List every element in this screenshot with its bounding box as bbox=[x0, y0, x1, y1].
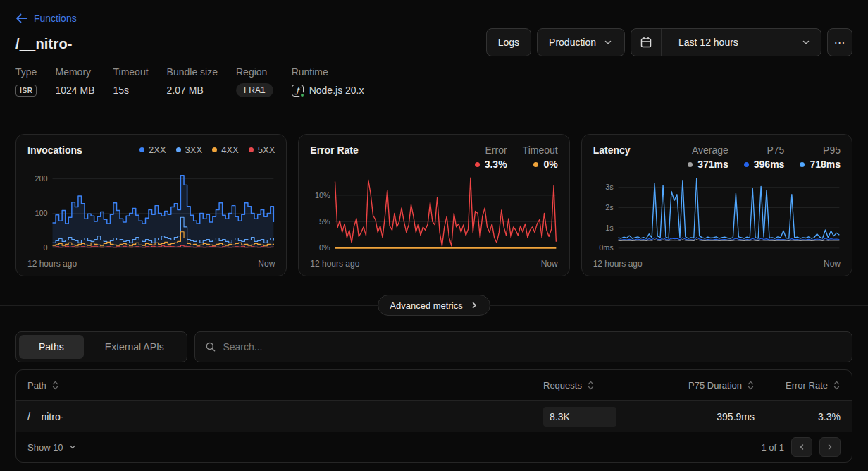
average-dot bbox=[688, 162, 693, 167]
meta-region: Region FRA1 bbox=[236, 66, 273, 97]
back-to-functions-link[interactable]: Functions bbox=[16, 13, 77, 24]
sort-icon bbox=[51, 381, 59, 390]
meta-memory-value: 1024 MB bbox=[55, 83, 94, 97]
legend-4xx-dot bbox=[212, 147, 217, 152]
search-box[interactable] bbox=[194, 331, 852, 362]
status-dot bbox=[299, 92, 305, 98]
chevron-left-icon bbox=[798, 443, 806, 451]
column-path-label: Path bbox=[27, 380, 46, 391]
tab-group: Paths External APIs bbox=[16, 331, 187, 362]
average-legend-label: Average bbox=[692, 145, 728, 156]
isr-badge: ISR bbox=[16, 85, 37, 97]
column-requests[interactable]: Requests bbox=[543, 380, 649, 391]
calendar-icon bbox=[631, 29, 662, 56]
error-rate-title: Error Rate bbox=[310, 145, 358, 156]
tab-paths[interactable]: Paths bbox=[19, 335, 84, 359]
logs-button-label: Logs bbox=[498, 37, 519, 48]
average-value: 371ms bbox=[698, 159, 728, 170]
meta-runtime: Runtime ƒ Node.js 20.x bbox=[292, 66, 364, 97]
meta-timeout-label: Timeout bbox=[113, 66, 149, 78]
environment-select[interactable]: Production bbox=[537, 28, 625, 56]
p75-dot bbox=[744, 162, 749, 167]
latency-title: Latency bbox=[593, 145, 631, 156]
p75-value: 396ms bbox=[754, 159, 785, 170]
paths-table: Path Requests P75 Duration Error Rate /_… bbox=[16, 369, 852, 463]
legend-3xx-label: 3XX bbox=[185, 145, 203, 155]
error-legend-label: Error bbox=[485, 145, 507, 156]
tab-external-apis[interactable]: External APIs bbox=[85, 335, 184, 359]
tab-external-apis-label: External APIs bbox=[105, 341, 164, 353]
column-p75-label: P75 Duration bbox=[688, 380, 742, 391]
table-header: Path Requests P75 Duration Error Rate bbox=[16, 370, 852, 401]
meta-type: Type ISR bbox=[16, 66, 37, 97]
timeout-value: 0% bbox=[543, 159, 557, 170]
svg-text:200: 200 bbox=[35, 174, 48, 183]
p95-legend-label: P95 bbox=[823, 145, 841, 156]
x-axis-end-label: Now bbox=[541, 259, 558, 269]
legend-2xx-label: 2XX bbox=[149, 145, 166, 155]
chevron-right-icon bbox=[470, 301, 478, 310]
column-p75-duration[interactable]: P75 Duration bbox=[649, 380, 755, 391]
error-value: 3.3% bbox=[485, 159, 507, 170]
meta-bundle-size: Bundle size 2.07 MB bbox=[167, 66, 218, 97]
svg-text:2s: 2s bbox=[605, 203, 613, 212]
meta-timeout-value: 15s bbox=[113, 83, 149, 97]
column-error-rate[interactable]: Error Rate bbox=[755, 380, 841, 391]
cell-path: /__nitro- bbox=[27, 411, 543, 422]
meta-runtime-value: Node.js 20.x bbox=[309, 85, 364, 96]
environment-label: Production bbox=[549, 37, 596, 48]
cell-p75-duration: 395.9ms bbox=[649, 411, 755, 422]
advanced-metrics-divider: Advanced metrics bbox=[0, 295, 868, 316]
time-range-select[interactable]: Last 12 hours bbox=[631, 28, 822, 56]
tab-paths-label: Paths bbox=[39, 341, 64, 353]
cell-error-rate: 3.3% bbox=[755, 411, 841, 422]
chevron-right-icon bbox=[826, 443, 834, 451]
error-rate-chart[interactable]: 0%5%10% bbox=[310, 170, 557, 257]
chevron-down-icon bbox=[68, 443, 77, 451]
search-input[interactable] bbox=[223, 341, 842, 353]
table-footer: Show 10 1 of 1 bbox=[16, 432, 852, 462]
error-dot bbox=[475, 162, 480, 167]
legend-5xx-label: 5XX bbox=[258, 145, 275, 155]
advanced-metrics-label: Advanced metrics bbox=[390, 300, 462, 311]
invocations-title: Invocations bbox=[27, 145, 82, 156]
function-meta: Type ISR Memory 1024 MB Timeout 15s Bund… bbox=[16, 66, 852, 97]
back-link-label: Functions bbox=[34, 13, 77, 24]
search-icon bbox=[205, 341, 216, 353]
x-axis-end-label: Now bbox=[258, 259, 275, 269]
function-runtime-icon: ƒ bbox=[292, 85, 304, 97]
meta-bundle-label: Bundle size bbox=[167, 66, 218, 78]
invocations-chart[interactable]: 0100200 bbox=[27, 166, 275, 257]
next-page-button[interactable] bbox=[819, 437, 841, 457]
pagination: 1 of 1 bbox=[761, 437, 841, 457]
column-requests-label: Requests bbox=[543, 380, 582, 391]
header-actions: Logs Production Last 12 hours bbox=[486, 28, 852, 56]
list-controls: Paths External APIs bbox=[0, 316, 868, 362]
more-options-button[interactable]: ⋯ bbox=[827, 28, 852, 56]
table-row[interactable]: /__nitro- 8.3K 395.9ms 3.3% bbox=[16, 401, 852, 432]
page-size-select[interactable]: Show 10 bbox=[27, 442, 77, 453]
meta-type-label: Type bbox=[16, 66, 37, 78]
p95-value: 718ms bbox=[810, 159, 841, 170]
ellipsis-icon: ⋯ bbox=[834, 36, 846, 49]
error-rate-card: Error Rate Error 3.3% Timeout 0% 0%5%10%… bbox=[298, 134, 569, 276]
column-path[interactable]: Path bbox=[27, 380, 543, 391]
previous-page-button[interactable] bbox=[791, 437, 812, 457]
svg-text:0%: 0% bbox=[319, 244, 330, 252]
metrics-charts: Invocations 2XX 3XX 4XX 5XX 0100200 12 h… bbox=[0, 118, 868, 276]
logs-button[interactable]: Logs bbox=[486, 28, 531, 56]
column-error-rate-label: Error Rate bbox=[786, 380, 828, 391]
p75-legend-label: P75 bbox=[767, 145, 784, 156]
meta-timeout: Timeout 15s bbox=[113, 66, 149, 97]
chevron-down-icon bbox=[603, 37, 613, 47]
page-header: Functions /__nitro- Type ISR Memory 1024… bbox=[0, 0, 868, 118]
timeout-legend-label: Timeout bbox=[523, 145, 558, 156]
x-axis-end-label: Now bbox=[824, 259, 841, 269]
latency-chart[interactable]: 0ms1s2s3s bbox=[593, 170, 841, 257]
meta-memory: Memory 1024 MB bbox=[55, 66, 94, 97]
sort-icon bbox=[747, 381, 755, 390]
advanced-metrics-button[interactable]: Advanced metrics bbox=[378, 295, 490, 316]
p95-dot bbox=[800, 162, 805, 167]
time-range-label: Last 12 hours bbox=[678, 37, 738, 48]
svg-text:1s: 1s bbox=[605, 224, 613, 232]
